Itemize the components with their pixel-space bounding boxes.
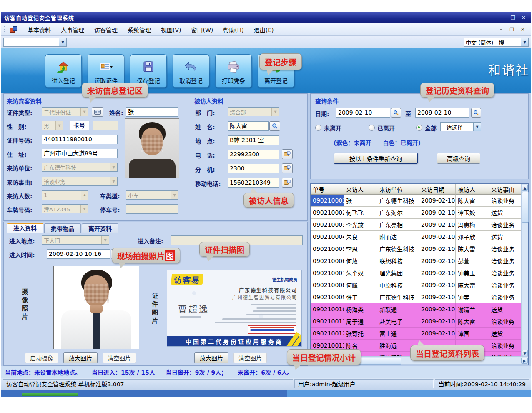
table-cell[interactable]: 何放 (344, 255, 377, 267)
table-cell[interactable]: 朱个奴 (344, 267, 377, 279)
table-cell[interactable]: 张寄托 (344, 328, 377, 340)
print-receipt-button[interactable]: 打印凭条 (215, 54, 252, 88)
tab-leave-data[interactable]: 离开资料 (82, 223, 118, 233)
table-cell[interactable]: 2009-02-10 (419, 255, 456, 267)
menu-item-window[interactable]: 窗口(W) (186, 24, 218, 35)
table-row[interactable]: 090210003李光放广东亮相2009-02-10冯惠梅洽谈业务 (311, 219, 522, 231)
language-selector[interactable]: 中文 (简体) - 搜 ▼ (464, 38, 529, 47)
table-cell[interactable]: 洽谈业务 (489, 267, 522, 279)
table-cell[interactable]: 090210012 (311, 328, 344, 340)
table-row[interactable]: 090210010杨海类新联通2009-02-10谢清兰送货 (311, 303, 522, 315)
table-cell[interactable]: 陈大雷 (456, 243, 489, 255)
table-cell[interactable]: 谭国 (456, 328, 489, 340)
table-cell[interactable]: 何峰 (344, 279, 377, 291)
table-cell[interactable]: 朱良 (344, 231, 377, 243)
table-cell[interactable]: 送货 (489, 207, 522, 219)
radio-left[interactable]: 已离开 (369, 123, 395, 132)
table-cell[interactable]: 090210005 (311, 243, 344, 255)
table-cell[interactable]: 2009-02-10 (419, 195, 456, 207)
table-cell[interactable]: 钟美玉 (456, 267, 489, 279)
menu-item-exit[interactable]: 退出(E) (249, 24, 279, 35)
table-cell[interactable]: 理光集团 (377, 267, 419, 279)
table-cell[interactable]: 090210007 (311, 267, 344, 279)
table-cell[interactable]: 090210003 (311, 219, 344, 231)
table-cell[interactable]: 张三 (344, 195, 377, 207)
chevron-down-icon[interactable]: ▼ (521, 38, 528, 46)
scroll-up-icon[interactable]: ▲ (522, 185, 528, 191)
table-cell[interactable]: 洽谈业务 (489, 291, 522, 303)
radio-all[interactable]: 全部 (416, 123, 437, 132)
clear-card-button[interactable]: 清空图片 (233, 353, 267, 363)
table-column-header[interactable]: 来访日期 (419, 184, 456, 195)
date-from-picker-button[interactable] (391, 108, 401, 118)
radio-icon[interactable] (369, 125, 375, 131)
table-cell[interactable]: 送货 (489, 231, 522, 243)
mdi-close-icon[interactable]: ✕ (519, 27, 526, 33)
gender-combo[interactable]: 男 ▼ (42, 121, 63, 130)
cancel-register-button[interactable]: 取消登记 (173, 54, 209, 88)
minimize-icon[interactable]: – (498, 15, 506, 21)
table-column-header[interactable]: 单号 (311, 184, 344, 195)
table-cell[interactable]: 090210001 (311, 195, 344, 207)
date-to-picker-button[interactable] (471, 108, 481, 118)
address-input[interactable]: 广州市中山大道89号 (42, 149, 118, 158)
vertical-scrollbar[interactable]: ▲ ▼ (521, 184, 528, 356)
tab-entry-data[interactable]: 进入资料 (7, 223, 43, 233)
table-cell[interactable]: 2009-02-10 (419, 303, 456, 315)
table-cell[interactable]: 中原科技 (377, 279, 419, 291)
table-cell[interactable]: 张工 (344, 291, 377, 303)
table-cell[interactable]: 联想科技 (377, 255, 419, 267)
notify-ext-button[interactable] (282, 163, 293, 173)
table-cell[interactable]: 洽谈业务 (489, 195, 522, 207)
chevron-down-icon[interactable]: ▼ (59, 38, 66, 46)
table-row[interactable]: 090210005李思广东德生科技2009-02-10陈大雷洽谈业务 (311, 243, 522, 255)
radio-icon[interactable] (315, 125, 321, 131)
table-cell[interactable]: 送货 (489, 328, 522, 340)
table-cell[interactable]: 冯惠梅 (456, 219, 489, 231)
visitor-name-input[interactable]: 张三 (126, 107, 178, 117)
table-cell[interactable]: 洽谈业务 (489, 315, 522, 328)
location-input[interactable]: B幢 2301 室 (228, 135, 279, 145)
table-row[interactable]: 090210006何放联想科技2009-02-10彭萱洽谈业务 (311, 255, 522, 267)
mobile-input[interactable]: 15602210349 (228, 178, 279, 188)
id-number-input[interactable]: 4401111980010 (42, 135, 118, 144)
dept-combo[interactable]: 综合部 ▼ (228, 107, 279, 116)
menu-item-help[interactable]: 帮助(H) (218, 24, 248, 35)
scroll-thumb[interactable] (522, 192, 529, 223)
table-cell[interactable]: 2009-02-10 (419, 207, 456, 219)
date-to-input[interactable]: 2009-02-10 (415, 108, 469, 118)
menu-item-hr[interactable]: 人事管理 (56, 24, 89, 35)
table-cell[interactable]: 洽谈业务 (489, 279, 522, 291)
restore-icon[interactable]: ❐ (509, 15, 517, 21)
table-cell[interactable]: 2009-02-10 (419, 279, 456, 291)
visit-company-combo[interactable]: 广东德生科技 ▼ (42, 163, 118, 172)
vehicle-type-combo[interactable]: 小车 ▼ (126, 190, 178, 200)
plate-combo[interactable]: 津A12345 ▼ (42, 204, 88, 213)
notify-mobile-button[interactable] (282, 178, 293, 188)
table-cell[interactable]: 090210006 (311, 255, 344, 267)
table-cell[interactable]: 赴美电子 (377, 315, 419, 328)
table-cell[interactable]: 邓子欣 (456, 231, 489, 243)
table-cell[interactable]: 2009-02-10 (419, 291, 456, 303)
table-cell[interactable]: 附而达 (377, 231, 419, 243)
table-row[interactable]: 090210001张三广东德生科技2009-02-10陈大雷洽谈业务 (311, 195, 522, 207)
radio-not-left[interactable]: 未离开 (315, 123, 341, 132)
table-cell[interactable]: 何飞飞 (344, 207, 377, 219)
requery-button[interactable]: 按以上条件重新查询 (334, 153, 418, 164)
table-cell[interactable]: 洽谈业务 (489, 340, 522, 352)
id-type-combo[interactable]: 二代身份证 ▼ (42, 107, 88, 116)
table-column-header[interactable]: 来访单位 (377, 184, 419, 195)
table-cell[interactable]: 090210002 (311, 207, 344, 219)
menu-item-visitor[interactable]: 访客管理 (89, 24, 123, 35)
table-cell[interactable]: 广东德生科技 (377, 195, 419, 207)
table-cell[interactable]: 090210010 (311, 303, 344, 315)
table-cell[interactable]: 广东德生科技 (377, 243, 419, 255)
table-column-header[interactable]: 被访人 (456, 184, 489, 195)
table-row[interactable]: 090210002何飞飞广东海尔2009-02-10谭玉姣送货 (311, 207, 522, 219)
filter-select-combo[interactable]: --请选择 ▼ (440, 122, 481, 131)
date-from-input[interactable]: 2009-02-10 (336, 108, 390, 118)
visited-search-button[interactable] (269, 121, 280, 131)
clear-photo-button[interactable]: 清空图片 (103, 353, 136, 363)
table-cell[interactable]: 陈大雷 (456, 315, 489, 328)
table-column-header[interactable]: 来访人 (344, 184, 377, 195)
